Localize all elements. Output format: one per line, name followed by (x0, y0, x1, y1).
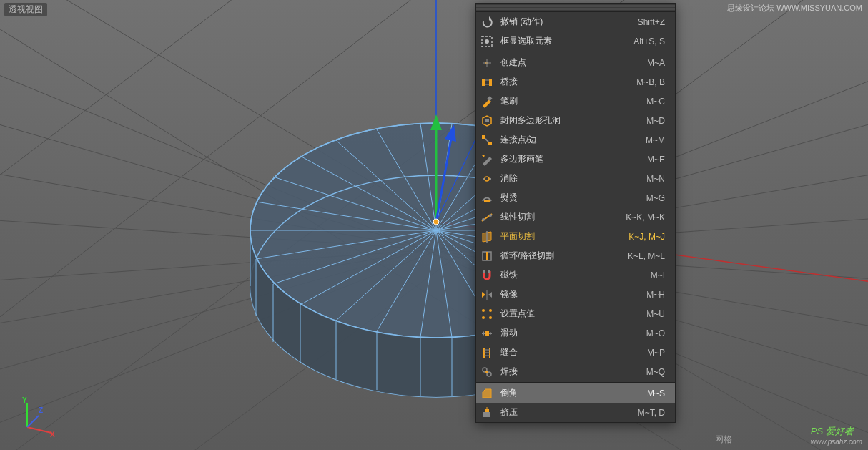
svg-marker-58 (430, 114, 442, 130)
svg-point-101 (489, 316, 492, 319)
menu-item-linecut[interactable]: 线性切割K~K, M~K (476, 207, 675, 227)
frame-icon (479, 34, 495, 49)
watermark-bottom-sub: www.psahz.com (811, 438, 862, 446)
menu-item-iron[interactable]: 熨烫M~G (476, 188, 675, 207)
watermark-top: 思缘设计论坛 WWW.MISSYUAN.COM (727, 3, 862, 14)
menu-item-create-pt[interactable]: 创建点M~A (476, 53, 675, 72)
menu-item-label: 封闭多边形孔洞 (500, 114, 641, 127)
menu-item-label: 倒角 (500, 387, 641, 399)
menu-item-label: 镜像 (500, 288, 641, 300)
svg-line-81 (485, 139, 488, 142)
stitch-icon (479, 345, 495, 361)
svg-rect-94 (488, 270, 490, 273)
menu-item-label: 笔刷 (500, 95, 641, 107)
menu-item-shortcut: M~N (646, 174, 665, 184)
menu-item-bevel[interactable]: 倒角M~S (476, 383, 675, 403)
menu-item-shortcut: M~T, D (638, 408, 665, 418)
mirror-icon (479, 287, 495, 303)
menu-item-polypen[interactable]: 多边形画笔M~E (476, 150, 675, 169)
menu-item-shortcut: M~U (646, 309, 665, 319)
axis-gizmo-corner[interactable]: Y X Z (17, 397, 57, 437)
viewport-perspective[interactable]: 透视视图 思缘设计论坛 WWW.MISSYUAN.COM 网格 PS 爱好者 w… (0, 0, 868, 450)
menu-item-connect[interactable]: 连接点/边M~M (476, 130, 675, 150)
menu-item-slide[interactable]: 滑动M~O (476, 323, 675, 343)
menu-item-label: 磁铁 (500, 269, 645, 281)
svg-rect-115 (483, 412, 490, 417)
axis-z-label: Z (39, 406, 43, 414)
svg-line-64 (27, 427, 51, 433)
menu-item-shortcut: M~C (646, 97, 665, 107)
svg-marker-78 (485, 119, 489, 122)
svg-point-84 (485, 177, 489, 181)
svg-rect-85 (484, 200, 490, 202)
menu-item-label: 框显选取元素 (500, 35, 628, 47)
viewport-canvas (0, 0, 868, 450)
svg-marker-105 (490, 331, 492, 336)
svg-point-113 (485, 371, 488, 373)
footer-grid-label: 网格 (715, 434, 732, 446)
menu-item-label: 多边形画笔 (500, 153, 641, 165)
menu-item-shortcut: Alt+S, S (633, 36, 665, 47)
svg-rect-79 (482, 135, 485, 139)
menu-item-shortcut: K~L, M~L (628, 251, 665, 261)
menu-item-label: 消除 (500, 172, 641, 185)
menu-item-label: 线性切割 (500, 211, 620, 223)
menu-item-setpoint[interactable]: 设置点值M~U (476, 304, 675, 323)
axis-y-label: Y (22, 397, 27, 404)
menu-item-shortcut: M~S (647, 388, 665, 398)
svg-rect-116 (485, 409, 489, 412)
extrude-icon (479, 405, 495, 421)
menu-item-extrude[interactable]: 挤压M~T, D (476, 403, 675, 422)
undo-icon (479, 14, 495, 30)
connect-icon (479, 132, 495, 148)
menu-item-label: 桥接 (500, 76, 631, 88)
menu-item-undo[interactable]: 撤销 (动作)Shift+Z (476, 12, 675, 31)
menu-item-shortcut: M~M (646, 135, 665, 145)
menu-item-label: 挤压 (500, 406, 632, 419)
iron-icon (479, 190, 495, 206)
menu-item-dissolve[interactable]: 消除M~N (476, 169, 675, 188)
magnet-icon (479, 268, 495, 283)
menu-item-shortcut: M~O (646, 328, 665, 338)
svg-rect-93 (483, 270, 485, 273)
menu-drag-handle[interactable] (476, 4, 675, 12)
context-menu[interactable]: 撤销 (动作)Shift+Z框显选取元素Alt+S, S创建点M~A桥接M~B,… (475, 3, 676, 423)
menu-item-shortcut: M~G (646, 193, 665, 203)
menu-item-weld[interactable]: 焊接M~Q (476, 362, 675, 381)
setpoint-icon (479, 306, 495, 322)
svg-point-68 (485, 39, 489, 44)
svg-line-65 (27, 416, 39, 427)
menu-item-label: 设置点值 (500, 308, 641, 320)
menu-item-planecut[interactable]: 平面切割K~J, M~J (476, 227, 675, 246)
svg-rect-103 (485, 331, 489, 336)
menu-item-label: 平面切割 (500, 230, 623, 243)
menu-item-shortcut: Shift+Z (638, 17, 665, 27)
menu-item-stitch[interactable]: 缝合M~P (476, 343, 675, 362)
menu-item-frame[interactable]: 框显选取元素Alt+S, S (476, 31, 675, 51)
menu-item-shortcut: M~A (647, 58, 665, 68)
svg-point-87 (482, 218, 485, 221)
menu-item-close-hole[interactable]: 封闭多边形孔洞M~D (476, 111, 675, 130)
svg-point-98 (482, 309, 485, 312)
menu-item-label: 撤销 (动作) (500, 16, 632, 28)
menu-item-loopcut[interactable]: 循环/路径切割K~L, M~L (476, 246, 675, 265)
svg-line-10 (0, 0, 250, 229)
menu-item-magnet[interactable]: 磁铁M~I (476, 265, 675, 285)
menu-item-mirror[interactable]: 镜像M~H (476, 285, 675, 304)
svg-marker-96 (482, 292, 485, 298)
svg-rect-72 (482, 79, 485, 86)
svg-point-88 (489, 214, 492, 217)
watermark-bottom-main: PS 爱好者 (811, 426, 854, 436)
svg-marker-114 (483, 389, 491, 398)
svg-rect-76 (487, 96, 492, 101)
menu-separator (476, 52, 675, 52)
create-pt-icon (479, 55, 495, 71)
menu-item-bridge[interactable]: 桥接M~B, B (476, 72, 675, 92)
menu-separator (476, 382, 675, 383)
menu-item-shortcut: M~E (647, 155, 665, 165)
menu-item-brush[interactable]: 笔刷M~C (476, 92, 675, 111)
menu-item-label: 创建点 (500, 57, 641, 69)
svg-point-99 (489, 309, 492, 312)
menu-item-shortcut: K~K, M~K (626, 212, 665, 222)
menu-item-shortcut: M~Q (646, 367, 665, 377)
